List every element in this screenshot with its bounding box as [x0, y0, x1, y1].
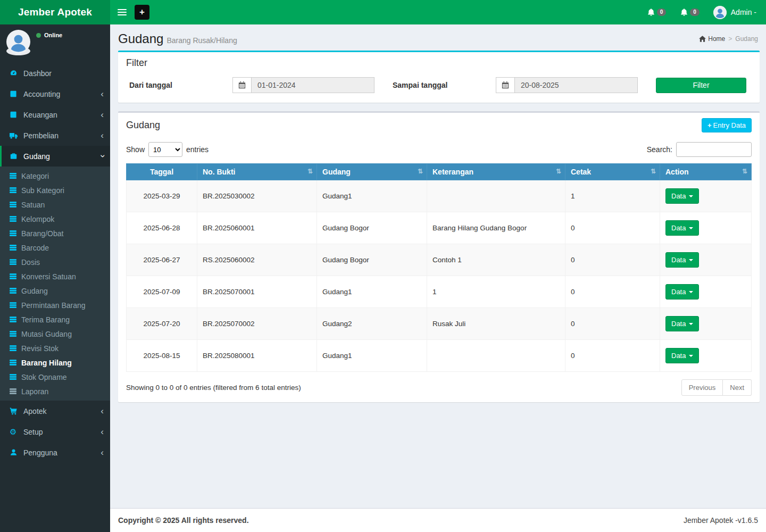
from-date-input[interactable] [251, 77, 374, 93]
next-page-button[interactable]: Next [723, 379, 752, 396]
sidebar-item-pengguna[interactable]: Pengguna ‹ [0, 442, 110, 463]
brand-logo[interactable]: Jember Apotek [0, 0, 110, 24]
column-header-no-bukti[interactable]: No. Bukti⇅ [197, 164, 317, 180]
sidebar-subitem-konversi-satuan[interactable]: Konversi Satuan [0, 269, 110, 284]
dashboard-icon [10, 69, 23, 77]
breadcrumb: Home > Gudang [699, 35, 758, 43]
sidebar-subitem-revisi-stok[interactable]: Revisi Stok [0, 341, 110, 355]
column-header-action[interactable]: Action⇅ [660, 164, 752, 180]
sidebar-subitem-gudang[interactable]: Gudang [0, 284, 110, 298]
sort-icon: ⇅ [418, 168, 423, 175]
breadcrumb-separator: > [728, 35, 732, 43]
data-dropdown-button[interactable]: Data [665, 284, 699, 300]
calendar-icon [232, 77, 251, 93]
calendar-icon [496, 77, 514, 93]
entry-data-button[interactable]: + Entry Data [702, 118, 752, 132]
sidebar-subitem-kelompok[interactable]: Kelompok [0, 212, 110, 226]
book-icon [10, 90, 23, 98]
data-dropdown-button[interactable]: Data [665, 348, 699, 363]
table-row: 2025-07-20 BR.2025070002 Gudang2 Rusak J… [127, 308, 752, 340]
to-date-group [496, 77, 638, 93]
sort-icon: ⇅ [556, 168, 561, 175]
search-input[interactable] [676, 142, 752, 157]
plus-icon: + [139, 7, 145, 17]
sidebar-subitem-barcode[interactable]: Barcode [0, 240, 110, 255]
caret-down-icon [689, 323, 693, 325]
notification-badge: 0 [690, 9, 700, 16]
column-header-cetak[interactable]: Cetak⇅ [565, 164, 660, 180]
user-icon [10, 448, 23, 456]
sidebar-subitem-sub-kategori[interactable]: Sub Kategori [0, 183, 110, 197]
list-bars-icon [10, 245, 16, 251]
online-status-dot [36, 33, 41, 38]
sidebar-item-gudang[interactable]: Gudang ‹ [0, 146, 110, 167]
page-title: GudangBarang Rusak/Hilang [118, 31, 237, 46]
list-bars-icon [10, 302, 16, 308]
data-dropdown-button[interactable]: Data [665, 220, 699, 236]
notifications-menu-1[interactable]: 0 [647, 8, 667, 16]
caret-down-icon [689, 355, 693, 357]
caret-down-icon [689, 195, 693, 197]
data-dropdown-button[interactable]: Data [665, 316, 699, 331]
content-header: GudangBarang Rusak/Hilang Home > Gudang [110, 24, 766, 51]
filter-button[interactable]: Filter [656, 78, 746, 93]
bell-icon [647, 8, 655, 16]
column-header-taggal[interactable]: Taggal [127, 164, 197, 180]
list-bars-icon [10, 216, 16, 222]
table-row: 2025-07-09 BR.2025070001 Gudang1 1 0 Dat… [127, 276, 752, 308]
sidebar-user-avatar [6, 47, 30, 55]
sidebar-toggle-button[interactable] [110, 0, 134, 24]
sidebar-subitem-stok-opname[interactable]: Stok Opname [0, 370, 110, 384]
user-menu[interactable]: Admin - [713, 6, 756, 19]
table-row: 2025-06-28 BR.2025060001 Gudang Bogor Ba… [127, 212, 752, 244]
table-row: 2025-06-27 RS.2025060002 Gudang Bogor Co… [127, 244, 752, 276]
table-row: 2025-03-29 BR.2025030002 Gudang1 1 Data [127, 180, 752, 212]
entries-label: entries [186, 145, 209, 154]
breadcrumb-home[interactable]: Home [699, 35, 725, 43]
table-row: 2025-08-15 BR.2025080001 Gudang1 0 Data [127, 340, 752, 372]
sidebar-subitem-laporan[interactable]: Laporan [0, 384, 110, 398]
sidebar-item-accounting[interactable]: Accounting ‹ [0, 84, 110, 104]
copyright-text: Copyright © 2025 All rights reserved. [118, 516, 249, 525]
previous-page-button[interactable]: Previous [681, 379, 723, 396]
from-date-label: Dari tanggal [126, 81, 232, 89]
list-icon [10, 388, 16, 394]
table-info: Showing 0 to 0 of 0 entries (filtered fr… [126, 384, 301, 392]
sidebar-subitem-mutasi-gudang[interactable]: Mutasi Gudang [0, 327, 110, 341]
chevron-down-icon: ‹ [98, 155, 107, 158]
sidebar-subitem-barang-obat[interactable]: Barang/Obat [0, 226, 110, 240]
sidebar-item-pembelian[interactable]: Pembelian ‹ [0, 125, 110, 146]
main-content: Filter Dari tanggal Sampai tanggal [110, 51, 766, 419]
truck-icon [10, 132, 23, 139]
sidebar-item-dashbor[interactable]: Dashbor [0, 63, 110, 84]
sidebar-menu: Dashbor Accounting ‹ Keuangan ‹ Pembelia… [0, 63, 110, 463]
notifications-menu-2[interactable]: 0 [680, 8, 700, 16]
from-date-group [232, 77, 374, 93]
data-dropdown-button[interactable]: Data [665, 188, 699, 204]
sidebar-subitem-satuan[interactable]: Satuan [0, 197, 110, 212]
navbar: + 0 0 Admin - [110, 0, 766, 24]
column-header-gudang[interactable]: Gudang⇅ [317, 164, 427, 180]
sidebar-item-setup[interactable]: ⚙ Setup ‹ [0, 421, 110, 442]
chevron-left-icon: ‹ [101, 448, 104, 457]
list-bars-icon [10, 259, 16, 265]
sidebar-item-apotek[interactable]: Apotek ‹ [0, 401, 110, 421]
sidebar-subitem-kategori[interactable]: Kategori [0, 169, 110, 183]
sidebar-subitem-dosis[interactable]: Dosis [0, 255, 110, 269]
sidebar-item-keuangan[interactable]: Keuangan ‹ [0, 104, 110, 125]
quick-add-button[interactable]: + [135, 5, 149, 20]
sidebar-subitem-permintaan-barang[interactable]: Permintaan Barang [0, 298, 110, 312]
column-header-keterangan[interactable]: Keterangan⇅ [427, 164, 565, 180]
home-icon [699, 36, 706, 42]
user-avatar [713, 6, 727, 19]
sidebar-subitem-barang-hilang[interactable]: Barang Hilang [0, 355, 110, 370]
to-date-input[interactable] [514, 77, 638, 93]
pagination: Previous Next [681, 379, 752, 396]
page-size-select[interactable]: 10 [148, 142, 182, 157]
sidebar-user-panel: Online [0, 24, 110, 60]
sidebar-subitem-terima-barang[interactable]: Terima Barang [0, 312, 110, 327]
plus-icon: + [707, 121, 712, 129]
content-wrapper: GudangBarang Rusak/Hilang Home > Gudang … [110, 24, 766, 508]
data-dropdown-button[interactable]: Data [665, 252, 699, 268]
to-date-label: Sampai tanggal [389, 81, 496, 89]
